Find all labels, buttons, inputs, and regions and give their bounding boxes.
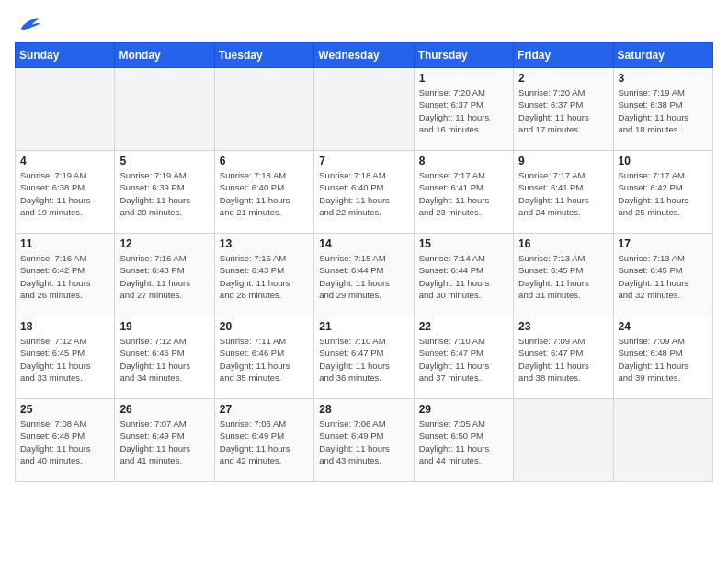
day-info: Sunrise: 7:10 AM Sunset: 6:47 PM Dayligh…: [419, 335, 508, 384]
calendar-cell: 14Sunrise: 7:15 AM Sunset: 6:44 PM Dayli…: [314, 234, 414, 316]
day-number: 11: [20, 237, 109, 250]
header-row: SundayMondayTuesdayWednesdayThursdayFrid…: [16, 43, 713, 68]
day-info: Sunrise: 7:12 AM Sunset: 6:45 PM Dayligh…: [20, 335, 109, 384]
day-number: 29: [419, 403, 508, 416]
column-header-friday: Friday: [514, 43, 613, 68]
calendar-cell: 7Sunrise: 7:18 AM Sunset: 6:40 PM Daylig…: [314, 151, 414, 234]
day-number: 5: [119, 155, 209, 167]
calendar-cell: 19Sunrise: 7:12 AM Sunset: 6:46 PM Dayli…: [115, 316, 214, 399]
day-number: 12: [119, 237, 209, 250]
calendar-cell: 6Sunrise: 7:18 AM Sunset: 6:40 PM Daylig…: [214, 151, 313, 234]
calendar-week-4: 18Sunrise: 7:12 AM Sunset: 6:45 PM Dayli…: [16, 316, 713, 399]
calendar-cell: 11Sunrise: 7:16 AM Sunset: 6:42 PM Dayli…: [16, 234, 115, 316]
day-number: 24: [619, 320, 708, 333]
day-number: 7: [319, 155, 408, 167]
day-info: Sunrise: 7:08 AM Sunset: 6:48 PM Dayligh…: [20, 418, 109, 466]
calendar-cell: 4Sunrise: 7:19 AM Sunset: 6:38 PM Daylig…: [16, 151, 115, 234]
day-info: Sunrise: 7:20 AM Sunset: 6:37 PM Dayligh…: [518, 86, 608, 135]
day-info: Sunrise: 7:12 AM Sunset: 6:46 PM Dayligh…: [119, 335, 209, 384]
calendar-cell: 20Sunrise: 7:11 AM Sunset: 6:46 PM Dayli…: [214, 316, 313, 399]
day-info: Sunrise: 7:07 AM Sunset: 6:49 PM Dayligh…: [119, 418, 209, 466]
calendar-cell: 27Sunrise: 7:06 AM Sunset: 6:49 PM Dayli…: [214, 399, 313, 482]
day-number: 10: [619, 155, 708, 167]
calendar-cell: [314, 68, 414, 151]
day-number: 9: [518, 155, 608, 167]
column-header-thursday: Thursday: [414, 43, 513, 68]
calendar-cell: 25Sunrise: 7:08 AM Sunset: 6:48 PM Dayli…: [16, 399, 115, 482]
calendar-cell: 5Sunrise: 7:19 AM Sunset: 6:39 PM Daylig…: [115, 151, 214, 234]
calendar-cell: 15Sunrise: 7:14 AM Sunset: 6:44 PM Dayli…: [414, 234, 513, 316]
calendar-cell: 18Sunrise: 7:12 AM Sunset: 6:45 PM Dayli…: [16, 316, 115, 399]
calendar-cell: 16Sunrise: 7:13 AM Sunset: 6:45 PM Dayli…: [514, 234, 613, 316]
day-info: Sunrise: 7:14 AM Sunset: 6:44 PM Dayligh…: [419, 252, 508, 301]
day-info: Sunrise: 7:17 AM Sunset: 6:41 PM Dayligh…: [518, 169, 608, 218]
day-number: 20: [220, 320, 309, 333]
calendar-table: SundayMondayTuesdayWednesdayThursdayFrid…: [15, 42, 713, 482]
calendar-cell: 29Sunrise: 7:05 AM Sunset: 6:50 PM Dayli…: [414, 399, 513, 482]
day-number: 13: [220, 237, 309, 250]
calendar-cell: 8Sunrise: 7:17 AM Sunset: 6:41 PM Daylig…: [414, 151, 513, 234]
day-number: 19: [119, 320, 209, 333]
column-header-tuesday: Tuesday: [214, 43, 313, 68]
column-header-sunday: Sunday: [16, 43, 115, 68]
day-number: 27: [220, 403, 309, 416]
calendar-cell: [115, 68, 214, 151]
day-info: Sunrise: 7:19 AM Sunset: 6:38 PM Dayligh…: [619, 86, 708, 135]
day-info: Sunrise: 7:06 AM Sunset: 6:49 PM Dayligh…: [319, 418, 408, 466]
calendar-cell: 1Sunrise: 7:20 AM Sunset: 6:37 PM Daylig…: [414, 68, 513, 151]
day-info: Sunrise: 7:16 AM Sunset: 6:43 PM Dayligh…: [119, 252, 209, 301]
day-number: 16: [518, 237, 608, 250]
calendar-cell: 23Sunrise: 7:09 AM Sunset: 6:47 PM Dayli…: [514, 316, 613, 399]
header: [15, 15, 713, 35]
bird-icon: [15, 15, 40, 35]
calendar-cell: 28Sunrise: 7:06 AM Sunset: 6:49 PM Dayli…: [314, 399, 414, 482]
calendar-cell: 9Sunrise: 7:17 AM Sunset: 6:41 PM Daylig…: [514, 151, 613, 234]
day-number: 25: [20, 403, 109, 416]
day-info: Sunrise: 7:17 AM Sunset: 6:42 PM Dayligh…: [619, 169, 708, 218]
day-info: Sunrise: 7:19 AM Sunset: 6:39 PM Dayligh…: [119, 169, 209, 218]
column-header-saturday: Saturday: [613, 43, 712, 68]
column-header-monday: Monday: [115, 43, 214, 68]
day-info: Sunrise: 7:16 AM Sunset: 6:42 PM Dayligh…: [20, 252, 109, 301]
day-number: 2: [518, 72, 608, 85]
day-number: 3: [619, 72, 708, 85]
calendar-cell: 26Sunrise: 7:07 AM Sunset: 6:49 PM Dayli…: [115, 399, 214, 482]
day-info: Sunrise: 7:10 AM Sunset: 6:47 PM Dayligh…: [319, 335, 408, 384]
day-info: Sunrise: 7:20 AM Sunset: 6:37 PM Dayligh…: [419, 86, 508, 135]
calendar-cell: 13Sunrise: 7:15 AM Sunset: 6:43 PM Dayli…: [214, 234, 313, 316]
calendar-week-1: 1Sunrise: 7:20 AM Sunset: 6:37 PM Daylig…: [16, 68, 713, 151]
day-info: Sunrise: 7:18 AM Sunset: 6:40 PM Dayligh…: [319, 169, 408, 218]
day-info: Sunrise: 7:09 AM Sunset: 6:47 PM Dayligh…: [518, 335, 608, 384]
calendar-cell: 21Sunrise: 7:10 AM Sunset: 6:47 PM Dayli…: [314, 316, 414, 399]
day-info: Sunrise: 7:15 AM Sunset: 6:44 PM Dayligh…: [319, 252, 408, 301]
day-number: 15: [419, 237, 508, 250]
column-header-wednesday: Wednesday: [314, 43, 414, 68]
day-number: 22: [419, 320, 508, 333]
day-info: Sunrise: 7:17 AM Sunset: 6:41 PM Dayligh…: [419, 169, 508, 218]
calendar-cell: [514, 399, 613, 482]
day-info: Sunrise: 7:09 AM Sunset: 6:48 PM Dayligh…: [619, 335, 708, 384]
day-number: 17: [619, 237, 708, 250]
calendar-cell: 17Sunrise: 7:13 AM Sunset: 6:45 PM Dayli…: [613, 234, 712, 316]
day-number: 1: [419, 72, 508, 85]
calendar-cell: 12Sunrise: 7:16 AM Sunset: 6:43 PM Dayli…: [115, 234, 214, 316]
calendar-cell: [16, 68, 115, 151]
day-number: 28: [319, 403, 408, 416]
day-info: Sunrise: 7:15 AM Sunset: 6:43 PM Dayligh…: [220, 252, 309, 301]
calendar-week-2: 4Sunrise: 7:19 AM Sunset: 6:38 PM Daylig…: [16, 151, 713, 234]
day-info: Sunrise: 7:11 AM Sunset: 6:46 PM Dayligh…: [220, 335, 309, 384]
day-info: Sunrise: 7:05 AM Sunset: 6:50 PM Dayligh…: [419, 418, 508, 466]
day-number: 21: [319, 320, 408, 333]
day-info: Sunrise: 7:13 AM Sunset: 6:45 PM Dayligh…: [619, 252, 708, 301]
calendar-cell: [214, 68, 313, 151]
calendar-cell: 3Sunrise: 7:19 AM Sunset: 6:38 PM Daylig…: [613, 68, 712, 151]
day-number: 4: [20, 155, 109, 167]
day-number: 8: [419, 155, 508, 167]
day-info: Sunrise: 7:18 AM Sunset: 6:40 PM Dayligh…: [220, 169, 309, 218]
day-number: 23: [518, 320, 608, 333]
day-number: 26: [119, 403, 209, 416]
day-number: 18: [20, 320, 109, 333]
calendar-cell: 2Sunrise: 7:20 AM Sunset: 6:37 PM Daylig…: [514, 68, 613, 151]
calendar-cell: 10Sunrise: 7:17 AM Sunset: 6:42 PM Dayli…: [613, 151, 712, 234]
calendar-week-5: 25Sunrise: 7:08 AM Sunset: 6:48 PM Dayli…: [16, 399, 713, 482]
